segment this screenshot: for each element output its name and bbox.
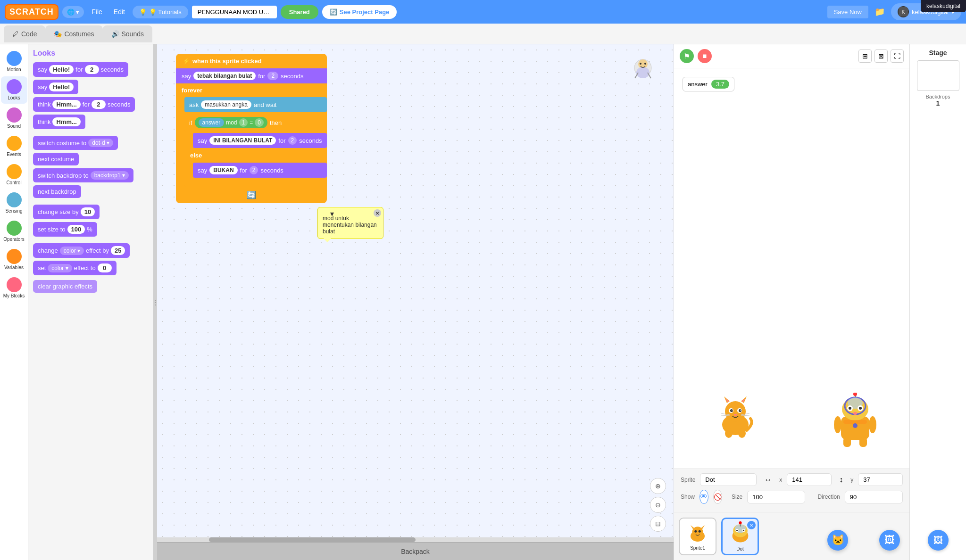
block-change-size-by[interactable]: change size by 10 — [33, 205, 100, 219]
say-bukan-block[interactable]: say BUKAN for 2 seconds — [193, 163, 327, 178]
zoom-out-button[interactable]: ⊖ — [650, 497, 666, 513]
block-switch-backdrop[interactable]: switch backdrop to backdrop1 ▾ — [33, 168, 133, 182]
ask-block[interactable]: ask masukkan angka and wait — [184, 97, 327, 112]
svg-rect-39 — [843, 420, 867, 424]
event-block[interactable]: ⚡ when this sprite clicked — [176, 54, 327, 68]
stage-sprite-robot[interactable] — [829, 393, 881, 449]
block-stack-main: ⚡ when this sprite clicked say tebak bil… — [176, 54, 327, 203]
svg-point-37 — [859, 407, 862, 410]
block-say-hello[interactable]: say Hello! — [33, 80, 78, 94]
category-sensing[interactable]: Sensing — [1, 189, 27, 217]
svg-marker-47 — [691, 525, 694, 529]
project-title-input[interactable] — [192, 6, 277, 18]
forever-body: ask masukkan angka and wait if answer mo… — [176, 97, 327, 187]
svg-point-20 — [740, 410, 741, 411]
show-label: Show — [681, 494, 695, 500]
language-button[interactable]: 🌐 ▾ — [62, 6, 84, 18]
stage-canvas: answer 3.7 — [674, 68, 909, 468]
hide-eye-button[interactable]: 🚫 — [713, 490, 722, 504]
fullscreen-button[interactable]: ⛶ — [891, 49, 904, 63]
if-block-header[interactable]: if answer mod 1 = 0 then — [184, 114, 327, 132]
category-variables[interactable]: Variables — [1, 246, 27, 273]
file-menu-button[interactable]: File — [88, 6, 106, 18]
forever-block[interactable]: forever — [176, 83, 327, 97]
zoom-in-button[interactable]: ⊕ — [650, 478, 666, 494]
svg-point-33 — [853, 393, 857, 396]
comment-bubble[interactable]: ✕ ▾ mod untuk menentukan bilangan bulat — [317, 207, 383, 239]
block-set-size-to[interactable]: set size to 100 % — [33, 222, 97, 237]
category-motion[interactable]: Motion — [1, 48, 27, 75]
sprite-item-sprite1[interactable]: Sprite1 — [679, 518, 716, 555]
block-next-costume[interactable]: next costume — [33, 153, 79, 165]
fit-screen-button[interactable]: ⊟ — [650, 516, 666, 532]
script-area[interactable]: ⚡ when this sprite clicked say tebak bil… — [157, 44, 674, 560]
add-backdrop-stage-button[interactable]: 🖼 — [928, 530, 949, 551]
else-body: say BUKAN for 2 seconds — [184, 161, 327, 179]
sprite1-icon — [686, 523, 709, 544]
y-value-input[interactable] — [858, 473, 903, 486]
panel-title: Looks — [33, 49, 148, 58]
answer-value: 3.7 — [711, 80, 729, 89]
category-myblocks[interactable]: My Blocks — [1, 274, 27, 302]
tab-sounds[interactable]: 🔊 Sounds — [103, 25, 152, 42]
save-now-button[interactable]: Save Now — [827, 6, 868, 18]
say-ini-block[interactable]: say INI BILANGAN BULAT for 2 seconds — [193, 133, 327, 148]
block-think-hmm-for[interactable]: think Hmm... for 2 seconds — [33, 97, 135, 112]
comment-close-button[interactable]: ✕ — [374, 209, 381, 217]
stage-panel: Stage Backdrops 1 🖼 — [909, 44, 966, 560]
x-value-input[interactable] — [787, 473, 832, 486]
stage-sprite-cat[interactable] — [712, 393, 759, 440]
scratch-logo[interactable]: SCRATCH — [5, 4, 58, 20]
add-backdrop-button[interactable]: 🖼 — [879, 530, 900, 551]
sprite-name-input[interactable] — [700, 473, 757, 486]
green-flag-button[interactable]: ⚑ — [680, 49, 694, 63]
layout-buttons: ⊞ ⊠ ⛶ — [858, 49, 904, 63]
sprite-item-dot[interactable]: ✕ Dot — [721, 518, 759, 555]
variables-icon — [7, 249, 22, 264]
category-operators[interactable]: Operators — [1, 218, 27, 245]
svg-point-18 — [739, 409, 741, 412]
show-eye-button[interactable]: 👁 — [700, 490, 708, 504]
see-project-button[interactable]: 🔄 See Project Page — [322, 5, 397, 19]
edit-menu-button[interactable]: Edit — [110, 6, 129, 18]
block-set-color-effect-to[interactable]: set color ▾ effect to 0 — [33, 261, 117, 275]
say-tebak-block[interactable]: say tebak bilangan bulat for 2 seconds — [176, 68, 327, 83]
size-input[interactable] — [747, 491, 805, 503]
block-switch-costume[interactable]: switch costume to dot-d ▾ — [33, 136, 118, 150]
tab-costumes[interactable]: 🎭 Costumes — [45, 25, 102, 42]
backdrops-label: Backdrops — [926, 94, 950, 99]
svg-point-59 — [742, 530, 744, 531]
add-sprite-button[interactable]: 🐱 — [827, 530, 848, 551]
small-stage-button[interactable]: ⊞ — [858, 49, 872, 63]
svg-point-10 — [725, 401, 746, 422]
large-stage-button[interactable]: ⊠ — [874, 49, 888, 63]
svg-point-19 — [732, 410, 733, 411]
backpack-bar[interactable]: Backpack — [157, 542, 674, 560]
block-change-color-effect-by[interactable]: change color ▾ effect by 25 — [33, 243, 130, 258]
tab-code[interactable]: 🖊 Code — [4, 25, 45, 42]
stage-mini-preview[interactable] — [917, 60, 959, 91]
block-think-hmm[interactable]: think Hmm... — [33, 115, 85, 129]
events-icon — [7, 136, 22, 151]
block-say-hello-for[interactable]: say Hello! for 2 seconds — [33, 62, 128, 77]
category-events[interactable]: Events — [1, 133, 27, 160]
y-label: y — [850, 477, 853, 483]
tutorials-button[interactable]: 💡 💡 Tutorials — [133, 6, 188, 18]
sprite-delete-button[interactable]: ✕ — [747, 521, 756, 529]
folder-button[interactable]: 📁 — [872, 4, 887, 19]
resize-handle[interactable]: ⋮ — [153, 44, 157, 560]
category-looks[interactable]: Looks — [1, 76, 27, 104]
comment-arrow-toggle[interactable]: ▾ — [330, 209, 334, 218]
block-more[interactable]: clear graphic effects — [33, 280, 97, 293]
category-sound[interactable]: Sound — [1, 105, 27, 132]
script-scrollbar[interactable] — [157, 537, 674, 542]
category-control[interactable]: Control — [1, 161, 27, 189]
script-controls: ⊕ ⊖ ⊟ — [650, 478, 666, 532]
comment-arrow — [324, 239, 331, 242]
stop-button[interactable]: ⏹ — [698, 49, 712, 63]
shared-button[interactable]: Shared — [281, 5, 318, 19]
block-next-backdrop[interactable]: next backdrop — [33, 185, 81, 198]
direction-input[interactable] — [845, 491, 903, 503]
direction-label: Direction — [817, 494, 840, 500]
svg-text:K: K — [902, 9, 905, 15]
